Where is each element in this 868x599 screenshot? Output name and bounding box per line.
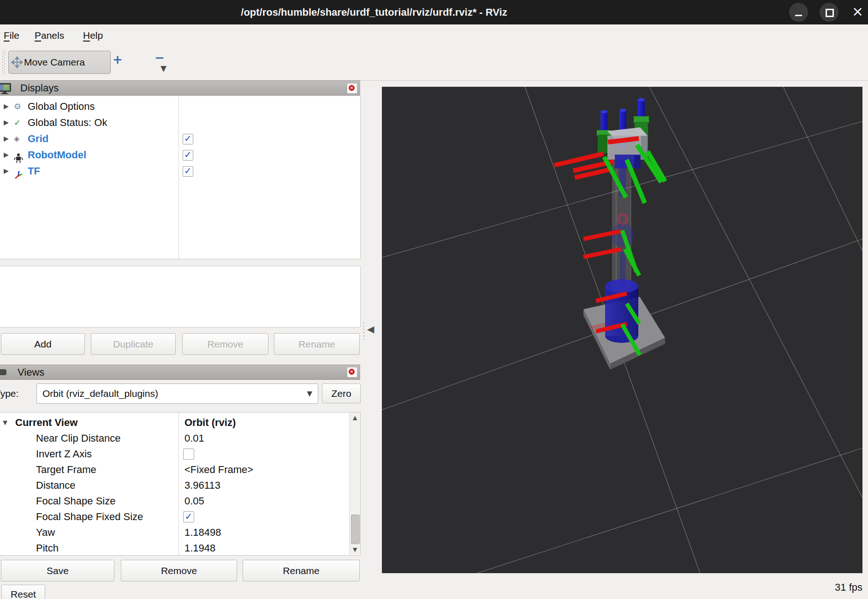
scrollbar-thumb[interactable] [351, 515, 360, 544]
checkbox-check-icon: ✓ [184, 511, 194, 522]
rename-view-button[interactable]: Rename [243, 560, 360, 581]
property-value[interactable]: 1.1948 [184, 540, 215, 556]
monitor-icon [0, 83, 12, 95]
move-camera-tool-button[interactable]: Move Camera [8, 51, 111, 74]
views-icon [0, 369, 7, 376]
views-close-button[interactable]: × [347, 367, 357, 377]
reset-button[interactable]: Reset [1, 585, 45, 599]
rviz-window: /opt/ros/humble/share/urdf_tutorial/rviz… [0, 0, 868, 599]
window-title: /opt/ros/humble/share/urdf_tutorial/rviz… [0, 0, 748, 24]
property-value[interactable]: 3.96113 [184, 478, 220, 493]
grid-enabled-checkbox[interactable]: ✓ [183, 134, 193, 144]
maximize-button[interactable] [820, 3, 838, 22]
scroll-up-icon[interactable]: ▲ [350, 413, 360, 423]
title-bar[interactable]: /opt/ros/humble/share/urdf_tutorial/rviz… [0, 0, 868, 24]
displays-panel-header[interactable]: Displays × [0, 80, 360, 96]
property-row-distance[interactable]: Distance 3.96113 [0, 478, 348, 493]
tree-row-robotmodel[interactable]: ▶ RobotModel ✓ [0, 147, 360, 163]
tree-row-label: Global Status: Ok [28, 114, 107, 131]
menu-bar: File Panels Help [0, 24, 868, 46]
invert-z-checkbox[interactable] [183, 449, 194, 460]
panel-close-icon: × [349, 369, 355, 375]
displays-close-button[interactable]: × [347, 83, 357, 94]
displays-panel-title: Displays [20, 81, 59, 96]
tree-row-global-status[interactable]: ▶ ✓ Global Status: Ok [0, 114, 360, 131]
current-view-table: ▼ Current View Orbit (rviz) Near Clip Di… [0, 412, 361, 556]
property-row-focal-fixed-size[interactable]: Focal Shape Fixed Size ✓ [0, 509, 348, 525]
add-display-button[interactable]: Add [1, 333, 85, 355]
robotmodel-enabled-checkbox[interactable]: ✓ [183, 150, 193, 161]
property-row-pitch[interactable]: Pitch 1.1948 [0, 540, 348, 556]
tf-enabled-checkbox[interactable]: ✓ [183, 166, 193, 177]
menu-help[interactable]: Help [83, 24, 103, 46]
toolbar-overflow-button[interactable]: ▼ [161, 64, 166, 73]
checkbox-check-icon: ✓ [183, 133, 193, 144]
toolbar-drag-handle[interactable] [2, 51, 5, 75]
dropdown-arrow-icon: ▼ [307, 384, 312, 403]
views-panel-header[interactable]: Views × [0, 365, 360, 380]
property-row-focal-shape-size[interactable]: Focal Shape Size 0.05 [0, 493, 348, 509]
tree-row-label: Global Options [28, 98, 95, 114]
expand-arrow-icon[interactable]: ▶ [4, 147, 9, 163]
scroll-down-icon[interactable]: ▼ [350, 545, 360, 555]
focal-fixed-size-checkbox[interactable]: ✓ [183, 511, 194, 522]
property-name: Near Clip Distance [36, 431, 120, 446]
menu-panels[interactable]: Panels [35, 24, 64, 46]
property-name: Current View [15, 415, 77, 431]
save-view-button[interactable]: Save [1, 560, 114, 581]
expand-arrow-icon[interactable]: ▼ [3, 415, 7, 431]
minimize-button[interactable] [789, 3, 808, 22]
zero-button[interactable]: Zero [322, 383, 361, 403]
menu-file[interactable]: File [4, 24, 19, 46]
remove-view-button[interactable]: Remove [121, 560, 237, 581]
displays-tree: ▶ ⚙ Global Options ▶ ✓ Global Status: Ok… [0, 96, 361, 259]
checkbox-check-icon: ✓ [183, 149, 193, 160]
gear-icon: ⚙ [14, 98, 21, 114]
remove-display-button[interactable]: Remove [182, 333, 268, 355]
tree-row-global-options[interactable]: ▶ ⚙ Global Options [0, 98, 360, 114]
close-button[interactable]: × [847, 0, 868, 24]
property-row-current-view[interactable]: ▼ Current View Orbit (rviz) [0, 415, 348, 431]
toolbar: Move Camera + − ▼ [0, 46, 868, 81]
splitter-handle[interactable] [363, 323, 364, 341]
property-name: Invert Z Axis [36, 446, 92, 462]
property-row-yaw[interactable]: Yaw 1.18498 [0, 525, 348, 540]
duplicate-display-button[interactable]: Duplicate [91, 333, 176, 355]
property-name: Focal Shape Fixed Size [36, 509, 143, 525]
view-type-dropdown[interactable]: Orbit (rviz_default_plugins) ▼ [36, 383, 318, 404]
table-scrollbar[interactable]: ▲ ▼ [349, 413, 360, 555]
splitter-collapse-icon[interactable]: ◀ [367, 323, 374, 335]
status-ok-icon: ✓ [14, 114, 21, 131]
property-value[interactable]: <Fixed Frame> [184, 462, 253, 478]
expand-arrow-icon[interactable]: ▶ [4, 163, 9, 179]
property-name: Distance [36, 478, 76, 493]
expand-arrow-icon[interactable]: ▶ [4, 98, 9, 114]
rename-display-button[interactable]: Rename [274, 333, 360, 355]
remove-tool-button[interactable]: − [155, 51, 165, 65]
property-value[interactable]: 0.05 [184, 493, 204, 509]
property-name: Yaw [36, 525, 55, 540]
expand-arrow-icon[interactable]: ▶ [4, 131, 9, 147]
tree-row-label: TF [28, 163, 40, 179]
add-tool-button[interactable]: + [113, 53, 123, 66]
property-value[interactable]: 0.01 [184, 431, 204, 446]
minimize-icon [795, 15, 802, 16]
property-name: Target Frame [36, 462, 96, 478]
move-camera-label: Move Camera [24, 57, 85, 68]
close-icon: × [852, 3, 863, 19]
property-row-invert-z[interactable]: Invert Z Axis [0, 446, 348, 462]
fps-counter: 31 fps [835, 581, 862, 593]
tree-row-grid[interactable]: ▶ ◈ Grid ✓ [0, 131, 360, 147]
expand-arrow-icon[interactable]: ▶ [4, 114, 9, 131]
grid-icon: ◈ [14, 131, 19, 147]
property-row-near-clip[interactable]: Near Clip Distance 0.01 [0, 431, 348, 446]
view-type-value: Orbit (rviz_default_plugins) [42, 384, 158, 403]
views-panel-title: Views [18, 365, 44, 380]
maximize-icon [826, 9, 834, 17]
property-row-target-frame[interactable]: Target Frame <Fixed Frame> [0, 462, 348, 478]
tree-row-tf[interactable]: ▶ TF ✓ [0, 163, 360, 179]
display-description-box [0, 266, 361, 328]
render-viewport[interactable] [382, 87, 862, 573]
tf-axes-icon [14, 167, 24, 183]
property-value[interactable]: 1.18498 [184, 525, 221, 540]
